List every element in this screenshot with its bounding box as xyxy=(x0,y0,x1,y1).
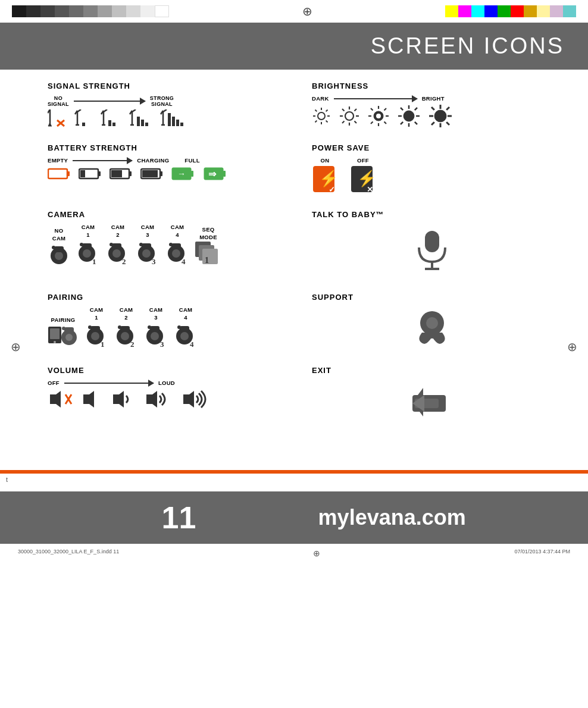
svg-text:3: 3 xyxy=(160,340,164,347)
svg-point-124 xyxy=(169,243,173,246)
camera-no-cam: NO CAM xyxy=(48,227,70,267)
support-section: SUPPORT xyxy=(312,293,552,353)
svg-rect-30 xyxy=(172,117,175,126)
exit-title: EXIT xyxy=(312,366,552,375)
svg-point-119 xyxy=(139,243,143,246)
svg-rect-142 xyxy=(90,326,100,332)
svg-rect-16 xyxy=(108,120,111,126)
svg-point-153 xyxy=(148,325,151,329)
volume-3-icon xyxy=(144,389,173,412)
svg-line-60 xyxy=(371,122,373,124)
side-letter: t xyxy=(6,476,8,483)
power-save-title: POWER SAVE xyxy=(312,143,552,152)
svg-point-112 xyxy=(112,249,121,258)
svg-line-69 xyxy=(401,122,403,124)
svg-point-161 xyxy=(426,317,438,329)
power-save-on: ON ⚡ ✓ xyxy=(312,157,338,197)
footer-url: mylevana.com xyxy=(220,505,564,530)
svg-rect-123 xyxy=(171,243,181,249)
volume-title: VOLUME xyxy=(48,366,288,375)
exit-section: EXIT xyxy=(312,366,552,427)
battery-full-icon: ⇒ xyxy=(204,166,227,184)
svg-line-75 xyxy=(431,107,434,110)
svg-rect-152 xyxy=(150,326,159,332)
loud-label: LOUD xyxy=(158,380,175,386)
off-label: OFF xyxy=(48,380,60,386)
battery-three-quarter-icon xyxy=(140,167,163,183)
svg-line-58 xyxy=(384,122,387,124)
svg-rect-85 xyxy=(129,171,132,176)
svg-line-38 xyxy=(315,110,317,112)
camera-cam2: CAM 2 2 xyxy=(106,224,130,267)
signal-strength-title: SIGNAL STRENGTH xyxy=(48,82,288,90)
svg-text:1: 1 xyxy=(101,340,105,347)
signal-1bar-icon xyxy=(74,109,93,130)
svg-line-40 xyxy=(326,110,328,112)
svg-point-70 xyxy=(434,110,446,122)
battery-strength-section: BATTERY STRENGTH EMPTY CHARGING FULL xyxy=(48,143,288,197)
svg-line-9 xyxy=(77,109,81,112)
bottom-crosshair: ⊕ xyxy=(313,549,320,558)
svg-line-66 xyxy=(401,108,403,110)
svg-marker-163 xyxy=(50,391,61,408)
svg-line-78 xyxy=(431,122,434,125)
camera-seq-mode: SEQ MODE 1 xyxy=(195,226,221,267)
svg-text:2: 2 xyxy=(130,340,135,347)
svg-rect-29 xyxy=(168,113,171,126)
signal-no-signal-icon xyxy=(48,109,67,130)
svg-line-59 xyxy=(384,108,387,111)
svg-rect-79 xyxy=(48,169,67,178)
brightness-4-icon xyxy=(398,105,420,130)
battery-title: BATTERY STRENGTH xyxy=(48,143,288,152)
svg-rect-118 xyxy=(142,243,151,249)
svg-rect-130 xyxy=(425,231,439,252)
svg-marker-169 xyxy=(183,391,194,408)
svg-line-49 xyxy=(355,109,357,111)
svg-point-103 xyxy=(55,252,63,260)
svg-rect-88 xyxy=(160,171,162,176)
signal-2bar-icon xyxy=(100,109,121,130)
svg-text:✓: ✓ xyxy=(329,185,335,194)
svg-point-122 xyxy=(172,249,180,258)
support-icon xyxy=(414,310,451,349)
battery-low-icon xyxy=(79,167,101,183)
crosshair-right: ⊕ xyxy=(567,340,577,354)
svg-point-105 xyxy=(52,246,55,249)
pairing-cam2: CAM 2 2 xyxy=(114,306,138,349)
svg-text:4: 4 xyxy=(182,257,186,264)
svg-point-158 xyxy=(177,325,181,329)
svg-point-42 xyxy=(345,112,354,120)
battery-empty-icon xyxy=(48,167,70,183)
signal-3bar-icon xyxy=(129,109,152,130)
brightness-5-icon xyxy=(429,104,452,130)
svg-marker-168 xyxy=(146,391,157,408)
power-save-section: POWER SAVE ON ⚡ ✓ OFF ⚡ xyxy=(312,143,552,197)
footer: 11 mylevana.com xyxy=(0,491,588,544)
svg-point-117 xyxy=(142,249,151,258)
svg-rect-23 xyxy=(141,120,144,126)
talk-to-baby-title: TALK TO BABY™ xyxy=(312,210,552,219)
power-save-off: OFF ⚡ ✕ xyxy=(350,157,376,197)
svg-rect-108 xyxy=(82,243,92,249)
camera-cam4: CAM 4 4 xyxy=(165,224,189,267)
brightness-3-icon xyxy=(368,105,389,129)
signal-strength-section: SIGNAL STRENGTH NO SIGNAL STRONG SIGNAL xyxy=(48,82,288,130)
svg-rect-22 xyxy=(137,117,140,126)
svg-point-52 xyxy=(376,114,381,118)
bright-label: BRIGHT xyxy=(422,95,445,102)
svg-line-20 xyxy=(132,109,136,112)
camera-title: CAMERA xyxy=(48,210,288,219)
svg-rect-31 xyxy=(176,120,179,126)
microphone-icon xyxy=(414,230,450,274)
talk-to-baby-section: TALK TO BABY™ xyxy=(312,210,552,280)
brightness-section: BRIGHTNESS DARK BRIGHT xyxy=(312,82,552,130)
svg-rect-83 xyxy=(80,170,85,177)
svg-rect-157 xyxy=(180,326,189,332)
empty-label: EMPTY xyxy=(48,157,68,164)
svg-point-156 xyxy=(180,332,189,340)
svg-point-61 xyxy=(404,111,414,121)
svg-line-68 xyxy=(415,108,417,110)
crosshair-left: ⊕ xyxy=(11,340,21,354)
pairing-cam4: CAM 4 4 xyxy=(174,306,198,349)
svg-rect-11 xyxy=(82,123,85,126)
